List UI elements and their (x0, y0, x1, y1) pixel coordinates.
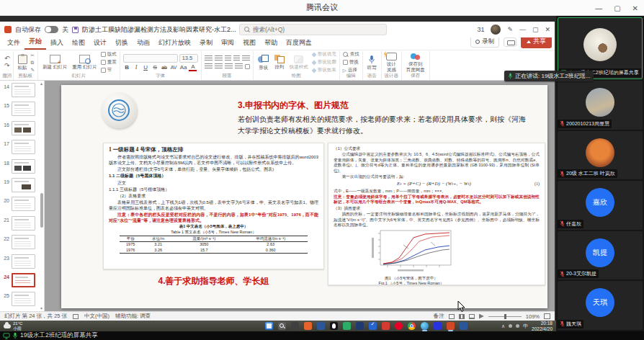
thumbnail-slide-20[interactable]: 20 (1, 197, 37, 215)
align-right-icon[interactable] (225, 63, 233, 69)
participant-tile[interactable]: 20级 水工二班 叶岚欣 (558, 131, 643, 180)
cut-button[interactable]: ✂ (31, 53, 35, 58)
strikethrough-button[interactable]: ab (161, 65, 169, 70)
shapes-button[interactable]: 形状 (256, 55, 271, 70)
shape-fill-button[interactable]: 形状填充 (312, 51, 336, 58)
ppt-minimize-icon[interactable]: — (519, 26, 526, 33)
record-button[interactable]: 录制 (470, 36, 499, 48)
design-ideas-button[interactable]: 设计 灵感 (385, 53, 398, 72)
format-painter-button[interactable]: ✎ (31, 67, 35, 73)
tab-baidu-netdisk[interactable]: 百度网盘 (282, 37, 316, 50)
account-avatar[interactable] (491, 24, 501, 35)
justify-icon[interactable] (235, 63, 243, 69)
thumbnail-slide-22[interactable]: 22 (1, 235, 37, 254)
layout-button[interactable]: 版式 (101, 51, 117, 58)
tab-file[interactable]: 文件 (3, 37, 24, 50)
save-icon[interactable] (72, 27, 79, 33)
save-to-baidu-button[interactable]: 保存到 百度网盘 (405, 53, 426, 72)
thumbnail-scrollbar[interactable]: ▲ ▼ (40, 81, 43, 310)
dictate-button[interactable]: 听写 (366, 55, 378, 70)
start-button[interactable] (265, 322, 273, 330)
thumbnail-slide-25[interactable]: 25 (1, 292, 37, 310)
copy-button[interactable]: ⧉ (31, 60, 35, 66)
participant-tile[interactable]: 天琪 魏天琪 (558, 281, 643, 330)
thumbnail-slide-23[interactable]: 23 (1, 254, 37, 273)
change-case-button[interactable]: Aa (179, 64, 188, 71)
font-name-select[interactable] (123, 54, 178, 63)
qq-icon[interactable] (330, 322, 338, 330)
underline-button[interactable]: U (142, 64, 150, 71)
zoom-slider[interactable] (488, 316, 522, 317)
wechat-icon[interactable] (343, 322, 351, 330)
autosave-toggle[interactable] (45, 26, 58, 33)
tab-slideshow[interactable]: 幻灯片放映 (154, 37, 195, 50)
tab-review[interactable]: 审阅 (217, 37, 238, 50)
align-center-icon[interactable] (215, 63, 223, 69)
accessibility-status[interactable]: 辅助功能: 调查 (115, 313, 151, 320)
chrome-icon[interactable] (408, 322, 416, 330)
tab-animations[interactable]: 动画 (133, 37, 154, 50)
line-spacing-icon[interactable] (242, 55, 250, 61)
font-color-button[interactable]: A (189, 64, 197, 71)
comments-button[interactable] (504, 37, 516, 47)
columns-icon[interactable] (245, 64, 250, 69)
replace-button[interactable]: 替换 (343, 59, 359, 66)
powerpoint-taskbar-icon[interactable] (447, 322, 455, 330)
character-spacing-button[interactable]: AV (170, 65, 178, 70)
ppt-close-icon[interactable]: ✕ (545, 26, 550, 33)
language-indicator[interactable]: 中文(中国) (84, 313, 109, 320)
task-view-icon[interactable] (291, 322, 299, 330)
scroll-up-icon[interactable]: ▲ (40, 81, 43, 86)
participant-tile[interactable]: 嘉欣 任嘉欣 (558, 181, 643, 230)
thumbnail-slide-19[interactable]: 19 (1, 178, 37, 197)
quick-styles-button[interactable]: 快速样式 (288, 55, 310, 69)
office-hub-icon[interactable] (304, 322, 312, 330)
indent-decrease-icon[interactable] (225, 55, 231, 61)
tray-volume-icon[interactable] (516, 324, 519, 328)
word-doc-icon[interactable] (460, 322, 468, 330)
tab-record[interactable]: 录制 (195, 37, 217, 50)
taskbar-weather[interactable]: 21°C小雨 (4, 321, 22, 331)
find-button[interactable]: 查找 (343, 51, 359, 58)
tab-draw[interactable]: 绘图 (68, 37, 89, 50)
thumbnail-slide-18[interactable]: 18 (1, 159, 37, 178)
tab-design[interactable]: 设计 (89, 37, 111, 50)
redo-icon[interactable]: ↷ (4, 63, 10, 70)
search-box[interactable] (239, 24, 387, 35)
tab-help[interactable]: 帮助 (260, 37, 282, 50)
taskbar-search-icon[interactable] (278, 322, 286, 330)
scroll-down-icon[interactable]: ▼ (40, 306, 43, 310)
reading-view-icon[interactable] (469, 314, 475, 319)
zoom-level[interactable]: 109% (526, 313, 540, 320)
input-method-indicator[interactable]: 中 (523, 323, 528, 330)
bullets-icon[interactable] (205, 55, 213, 61)
tray-network-icon[interactable] (509, 324, 512, 328)
netease-music-icon[interactable] (395, 322, 403, 330)
tab-view[interactable]: 视图 (238, 37, 260, 50)
shape-outline-button[interactable]: 形状轮廓 (312, 59, 336, 66)
participant-tile[interactable]: 2002010213周显慧 (558, 81, 643, 130)
ppt-restore-icon[interactable]: ▢ (532, 26, 539, 33)
slide-24[interactable]: 3.申报书内的字体、图片规范 若创训负责老师有发相关的规范要求，按老师的要求来；… (61, 85, 547, 308)
tab-home[interactable]: 开始 (24, 35, 46, 50)
tab-transitions[interactable]: 切换 (111, 37, 133, 50)
red-app-icon[interactable] (382, 322, 390, 330)
close-icon[interactable]: ✕ (632, 4, 638, 12)
tab-insert[interactable]: 插入 (46, 37, 68, 50)
word-icon[interactable] (317, 322, 325, 330)
numbering-icon[interactable] (215, 55, 223, 61)
bold-button[interactable]: B (123, 64, 131, 71)
tray-expand-icon[interactable]: ∧ (501, 323, 505, 329)
reuse-slides-button[interactable]: 重用 幻灯片 (71, 55, 98, 69)
taskbar-clock[interactable]: 20:182022/4/20 (532, 321, 553, 331)
todo-icon[interactable] (369, 322, 377, 330)
indent-increase-icon[interactable] (233, 55, 240, 61)
participant-tile[interactable]: 凯提 20-3艾尔凯提 (558, 231, 643, 280)
notes-button[interactable]: 备注 (434, 313, 444, 320)
thumbnail-slide-14[interactable]: 14 (1, 83, 37, 102)
scrollbar-thumb[interactable] (40, 193, 43, 228)
paste-button[interactable]: 粘贴 (17, 55, 29, 70)
thumbnail-slide-17[interactable]: 17 (1, 140, 37, 158)
baidu-netdisk-app-icon[interactable] (434, 322, 442, 330)
shadow-button[interactable]: S (151, 64, 159, 71)
